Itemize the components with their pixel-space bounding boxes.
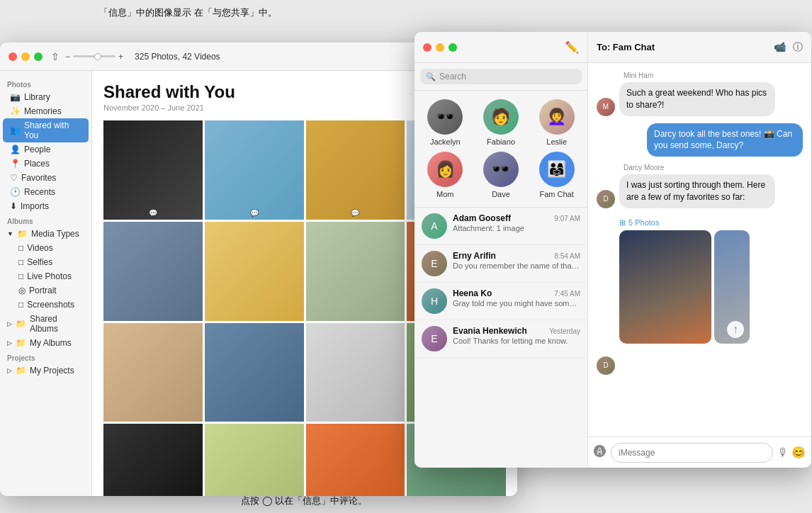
sidebar-item-screenshots[interactable]: □ Screenshots bbox=[3, 298, 89, 312]
sidebar-item-recents[interactable]: 🕐 Recents bbox=[3, 185, 89, 199]
imessage-input[interactable] bbox=[611, 443, 773, 463]
toolbar-share-icon[interactable]: ⇧ bbox=[51, 51, 60, 62]
sidebar-item-selfies[interactable]: □ Selfies bbox=[3, 255, 89, 269]
contact-name-fam-chat: Fam Chat bbox=[540, 190, 574, 198]
photo-cell-2[interactable]: 💬 bbox=[205, 120, 304, 220]
sidebar-item-places[interactable]: 📍 Places bbox=[3, 157, 89, 171]
photo-cell-6[interactable] bbox=[205, 222, 304, 321]
zoom-plus[interactable]: + bbox=[118, 52, 123, 62]
search-input-container[interactable]: 🔍 Search bbox=[420, 69, 582, 84]
sidebar-item-my-projects[interactable]: ▷ 📁 My Projects bbox=[0, 363, 91, 378]
sidebar-item-people[interactable]: 👤 People bbox=[3, 142, 89, 157]
sidebar-item-memories[interactable]: ✨ Memories bbox=[3, 104, 89, 118]
conv-content-evania: Evania Henkewich Yesterday Cool! Thanks … bbox=[453, 326, 580, 345]
photo-cell-7[interactable] bbox=[306, 222, 405, 321]
sidebar-label-selfies: Selfies bbox=[27, 257, 52, 267]
messages-traffic-lights bbox=[423, 43, 457, 52]
messages-search-bar: 🔍 Search bbox=[415, 63, 587, 91]
compose-button[interactable]: ✏️ bbox=[565, 40, 579, 54]
msg-bubble-darcy: I was just sorting through them. Here ar… bbox=[619, 174, 775, 208]
minimize-button[interactable] bbox=[21, 52, 30, 61]
photo-count-text: 5 Photos bbox=[628, 218, 659, 227]
sidebar-item-favorites[interactable]: ♡ Favorites bbox=[3, 171, 89, 185]
recents-icon: 🕐 bbox=[10, 187, 21, 197]
photo-thumb-container[interactable]: ↑ bbox=[619, 230, 750, 344]
conversation-heena[interactable]: H Heena Ko 7:45 AM Gray told me you migh… bbox=[415, 283, 587, 320]
sidebar-label-live-photos: Live Photos bbox=[27, 271, 72, 281]
photo-cell-14[interactable] bbox=[205, 424, 304, 496]
section-albums-label: Albums bbox=[0, 213, 91, 227]
emoji-icon[interactable]: 😊 bbox=[791, 446, 806, 459]
comment-icon-1[interactable]: 💬 bbox=[149, 209, 157, 217]
conv-content-erny: Erny Arifin 8:54 AM Do you remember the … bbox=[453, 251, 580, 270]
pinned-contact-leslie[interactable]: 👩‍🦱 Leslie bbox=[531, 99, 582, 146]
conversation-adam[interactable]: A Adam Gooseff 9:07 AM Attachment: 1 ima… bbox=[415, 208, 587, 245]
comment-icon-2[interactable]: 💬 bbox=[250, 209, 259, 217]
sidebar-label-library: Library bbox=[24, 92, 50, 102]
photo-cell-11[interactable] bbox=[306, 323, 405, 422]
msg-maximize-button[interactable] bbox=[449, 43, 457, 52]
sidebar-item-library[interactable]: 📷 Library bbox=[3, 90, 89, 104]
photo-thumb-main[interactable] bbox=[619, 230, 711, 344]
sidebar-item-media-types[interactable]: ▼ 📁 Media Types bbox=[0, 227, 91, 241]
apps-icon[interactable]: 🅐 bbox=[594, 445, 607, 460]
sidebar-item-my-albums[interactable]: ▷ 📁 My Albums bbox=[0, 336, 91, 350]
pinned-contact-jackelyn[interactable]: 🕶️ Jackelyn bbox=[420, 99, 470, 146]
memories-icon: ✨ bbox=[10, 106, 21, 116]
chevron-right-icon: ▷ bbox=[7, 320, 12, 327]
msg-sender-darcy: Darcy Moore bbox=[624, 164, 803, 171]
conv-preview-evania: Cool! Thanks for letting me know. bbox=[453, 337, 580, 345]
info-chat-icon[interactable]: ⓘ bbox=[793, 41, 803, 54]
photo-cell-1[interactable]: 💬 bbox=[103, 120, 203, 220]
photo-cell-5[interactable] bbox=[103, 222, 203, 321]
chevron-right-3-icon: ▷ bbox=[7, 367, 12, 374]
pinned-contact-fabiano[interactable]: 🧑 Fabiano bbox=[476, 99, 526, 146]
zoom-minus[interactable]: − bbox=[65, 52, 70, 62]
msg-close-button[interactable] bbox=[423, 43, 432, 52]
photo-cell-13[interactable] bbox=[103, 424, 203, 496]
msg-row-outgoing: Darcy took all the best ones! 📸 Can you … bbox=[597, 123, 803, 157]
share-photo-icon[interactable]: ↑ bbox=[727, 321, 744, 338]
folder-icon: 📁 bbox=[17, 229, 28, 239]
photo-cell-3[interactable]: 💬 bbox=[306, 120, 405, 220]
bottom-sender-row: D bbox=[597, 356, 803, 375]
conv-time-adam: 9:07 AM bbox=[554, 215, 580, 222]
close-button[interactable] bbox=[9, 52, 17, 61]
sidebar-item-live-photos[interactable]: □ Live Photos bbox=[3, 269, 89, 283]
photo-cell-9[interactable] bbox=[103, 323, 203, 422]
sidebar-item-videos[interactable]: □ Videos bbox=[3, 241, 89, 255]
waveform-icon[interactable]: 🎙 bbox=[777, 446, 789, 459]
photo-cell-15[interactable] bbox=[306, 424, 405, 496]
sidebar-label-portrait: Portrait bbox=[29, 286, 57, 295]
input-right-icons: 🎙 😊 bbox=[777, 446, 806, 459]
video-call-icon[interactable]: 📹 bbox=[774, 41, 786, 54]
avatar-dave: 🕶️ bbox=[483, 152, 519, 187]
sidebar-item-shared-albums[interactable]: ▷ 📁 Shared Albums bbox=[0, 312, 91, 336]
conv-time-heena: 7:45 AM bbox=[554, 290, 580, 298]
people-icon: 👤 bbox=[10, 145, 21, 154]
shared-icon: 👥 bbox=[10, 125, 21, 135]
shared-albums-icon: 📁 bbox=[16, 319, 26, 329]
pinned-contact-fam-chat[interactable]: 👨‍👩‍👧 Fam Chat bbox=[531, 152, 582, 198]
sidebar-item-portrait[interactable]: ◎ Portrait bbox=[3, 283, 89, 298]
pinned-contact-dave[interactable]: 🕶️ Dave bbox=[476, 152, 526, 198]
places-icon: 📍 bbox=[10, 159, 21, 169]
pinned-contact-mom[interactable]: 👩 Mom bbox=[420, 152, 470, 198]
photo-cell-10[interactable] bbox=[205, 323, 304, 422]
conversation-erny[interactable]: E Erny Arifin 8:54 AM Do you remember th… bbox=[415, 245, 587, 283]
msg-minimize-button[interactable] bbox=[436, 43, 444, 52]
videos-icon: □ bbox=[18, 243, 23, 253]
sidebar-item-shared-with-you[interactable]: 👥 Shared with You bbox=[3, 118, 89, 142]
sidebar-label-my-albums: My Albums bbox=[30, 338, 72, 348]
comment-icon-3[interactable]: 💬 bbox=[351, 209, 359, 217]
conversation-evania[interactable]: E Evania Henkewich Yesterday Cool! Thank… bbox=[415, 320, 587, 358]
annotation-top: 「信息」中的图像显示 在「与您共享」中。 bbox=[99, 6, 277, 20]
conv-name-heena: Heena Ko bbox=[453, 288, 492, 298]
zoom-slider[interactable]: − + bbox=[65, 52, 123, 62]
sidebar-item-imports[interactable]: ⬇ Imports bbox=[3, 199, 89, 213]
maximize-button[interactable] bbox=[34, 52, 43, 61]
imports-icon: ⬇ bbox=[10, 201, 17, 211]
conv-name-erny: Erny Arifin bbox=[453, 251, 496, 261]
contact-name-dave: Dave bbox=[492, 190, 510, 198]
my-projects-icon: 📁 bbox=[16, 366, 26, 376]
